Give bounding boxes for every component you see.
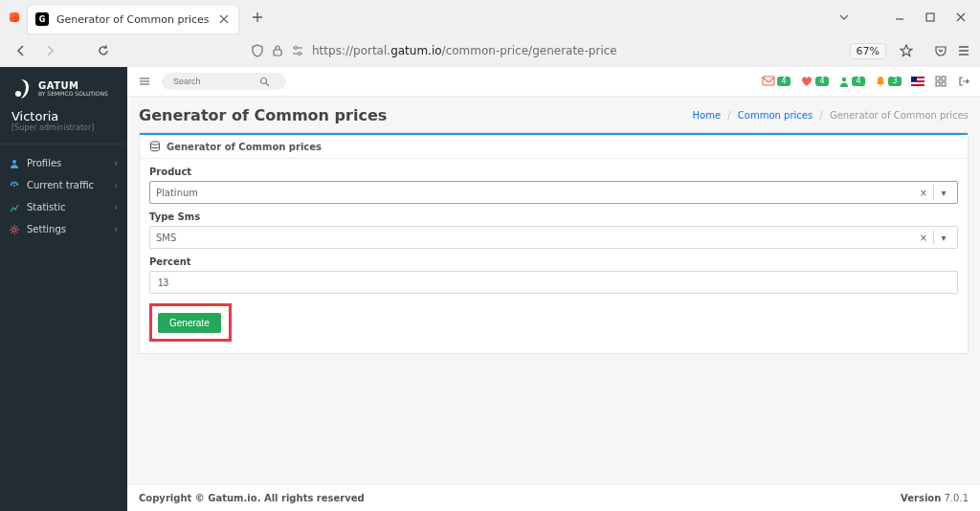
close-window-button[interactable] bbox=[947, 4, 974, 31]
topbar-icons: 4 4 4 3 bbox=[762, 75, 970, 88]
search-input[interactable] bbox=[171, 76, 252, 87]
chevron-down-icon[interactable]: ▾ bbox=[936, 188, 951, 198]
traffic-icon bbox=[10, 181, 19, 190]
product-value: Platinum bbox=[156, 188, 198, 198]
bell-icon bbox=[875, 76, 886, 87]
breadcrumb-parent[interactable]: Common prices bbox=[738, 110, 813, 121]
field-type: Type Sms SMS × ▾ bbox=[149, 211, 958, 249]
percent-input-wrap[interactable] bbox=[149, 271, 958, 294]
svg-rect-20 bbox=[942, 82, 946, 86]
search-box[interactable] bbox=[162, 73, 286, 90]
browser-tab[interactable]: G Generator of Common prices bbox=[28, 5, 238, 33]
panel: Generator of Common prices Product Plati… bbox=[139, 132, 969, 354]
app-menu-icon[interactable] bbox=[957, 44, 970, 57]
clear-icon[interactable]: × bbox=[916, 233, 931, 243]
url-bar: https://portal.gatum.io/common-price/gen… bbox=[0, 34, 980, 67]
page: Generator of Common prices Home / Common… bbox=[127, 97, 980, 356]
generate-button[interactable]: Generate bbox=[158, 313, 221, 333]
sidebar-item-settings[interactable]: Settings ‹ bbox=[0, 218, 127, 240]
footer: Copyright © Gatum.io. All rights reserve… bbox=[127, 484, 980, 511]
sidebar-item-label: Statistic bbox=[27, 202, 66, 212]
panel-title: Generator of Common prices bbox=[167, 142, 322, 152]
sidebar: GATUM BY SEMPICO SOLUTIONS Victoria [Sup… bbox=[0, 67, 127, 511]
product-select[interactable]: Platinum × ▾ bbox=[149, 181, 958, 204]
svg-rect-1 bbox=[274, 50, 281, 56]
tune-icon bbox=[291, 44, 304, 57]
close-tab-icon[interactable] bbox=[217, 12, 231, 26]
tab-overflow-icon[interactable] bbox=[831, 4, 858, 31]
svg-point-3 bbox=[299, 53, 301, 56]
percent-input[interactable] bbox=[156, 277, 951, 289]
panel-body: Product Platinum × ▾ Type Sms bbox=[140, 159, 968, 353]
breadcrumb-home[interactable]: Home bbox=[693, 110, 722, 121]
clear-icon[interactable]: × bbox=[916, 188, 931, 198]
svg-point-10 bbox=[842, 78, 846, 81]
forward-button[interactable] bbox=[38, 39, 61, 62]
back-button[interactable] bbox=[10, 39, 33, 62]
svg-point-11 bbox=[880, 84, 881, 86]
brand-logo bbox=[11, 78, 31, 100]
logout-icon[interactable] bbox=[957, 75, 970, 88]
mail-icon bbox=[762, 76, 775, 87]
user-icon bbox=[838, 76, 850, 87]
flag-icon[interactable] bbox=[911, 75, 924, 88]
sidebar-item-label: Current traffic bbox=[27, 180, 94, 190]
field-percent: Percent bbox=[149, 256, 958, 294]
hamburger-icon[interactable] bbox=[137, 74, 152, 89]
url-text: https://portal.gatum.io/common-price/gen… bbox=[312, 44, 617, 57]
svg-point-8 bbox=[261, 78, 267, 83]
zoom-level[interactable]: 67% bbox=[850, 43, 886, 59]
svg-rect-15 bbox=[911, 84, 924, 86]
minimize-button[interactable] bbox=[886, 4, 913, 31]
notif-badge-a[interactable]: 4 bbox=[762, 76, 791, 87]
address-area[interactable]: https://portal.gatum.io/common-price/gen… bbox=[121, 43, 919, 59]
search-icon[interactable] bbox=[259, 77, 270, 87]
browser-chrome: G Generator of Common prices bbox=[0, 0, 980, 68]
chevron-left-icon: ‹ bbox=[114, 224, 118, 234]
content: 4 4 4 3 Genera bbox=[127, 67, 980, 511]
maximize-button[interactable] bbox=[917, 4, 944, 31]
generate-highlight: Generate bbox=[149, 303, 232, 342]
chevron-left-icon: ‹ bbox=[114, 158, 118, 168]
new-tab-button[interactable] bbox=[246, 6, 269, 29]
bookmark-icon[interactable] bbox=[900, 44, 913, 57]
breadcrumb-current: Generator of Common prices bbox=[830, 110, 969, 121]
svg-rect-16 bbox=[911, 77, 917, 81]
svg-point-2 bbox=[295, 47, 298, 50]
chevron-down-icon[interactable]: ▾ bbox=[936, 233, 951, 243]
pocket-icon[interactable] bbox=[934, 44, 947, 57]
sidebar-item-traffic[interactable]: Current traffic ‹ bbox=[0, 174, 127, 196]
shield-icon bbox=[251, 44, 264, 57]
sidebar-nav: Profiles ‹ Current traffic ‹ Statistic ‹… bbox=[0, 152, 127, 240]
panel-header: Generator of Common prices bbox=[140, 135, 968, 159]
users-icon bbox=[10, 159, 19, 168]
notif-badge-c[interactable]: 4 bbox=[838, 76, 865, 87]
database-icon bbox=[149, 141, 161, 152]
breadcrumb: Home / Common prices / Generator of Comm… bbox=[693, 110, 969, 121]
svg-rect-9 bbox=[763, 77, 774, 85]
brand: GATUM BY SEMPICO SOLUTIONS bbox=[0, 67, 127, 105]
app-root: GATUM BY SEMPICO SOLUTIONS Victoria [Sup… bbox=[0, 67, 980, 511]
heart-icon bbox=[800, 76, 813, 87]
version-label: Version bbox=[901, 493, 941, 503]
notif-badge-b[interactable]: 4 bbox=[800, 76, 829, 87]
window-controls bbox=[886, 4, 974, 31]
page-head: Generator of Common prices Home / Common… bbox=[139, 106, 969, 124]
sidebar-item-label: Settings bbox=[27, 224, 66, 234]
sidebar-item-statistic[interactable]: Statistic ‹ bbox=[0, 196, 127, 218]
type-label: Type Sms bbox=[149, 211, 958, 222]
user-role: [Super administrator] bbox=[11, 123, 116, 132]
footer-copyright: Copyright © Gatum.io. All rights reserve… bbox=[139, 493, 365, 503]
field-product: Product Platinum × ▾ bbox=[149, 167, 958, 204]
site-security-icons bbox=[251, 44, 304, 57]
notif-badge-d[interactable]: 3 bbox=[875, 76, 902, 87]
type-select[interactable]: SMS × ▾ bbox=[149, 226, 958, 249]
product-label: Product bbox=[149, 167, 958, 177]
reload-button[interactable] bbox=[92, 39, 115, 62]
sidebar-item-profiles[interactable]: Profiles ‹ bbox=[0, 152, 127, 174]
grid-icon[interactable] bbox=[934, 75, 947, 88]
svg-point-21 bbox=[151, 142, 160, 144]
titlebar: G Generator of Common prices bbox=[0, 0, 980, 34]
firefox-icon bbox=[10, 12, 19, 22]
chevron-left-icon: ‹ bbox=[114, 202, 118, 212]
